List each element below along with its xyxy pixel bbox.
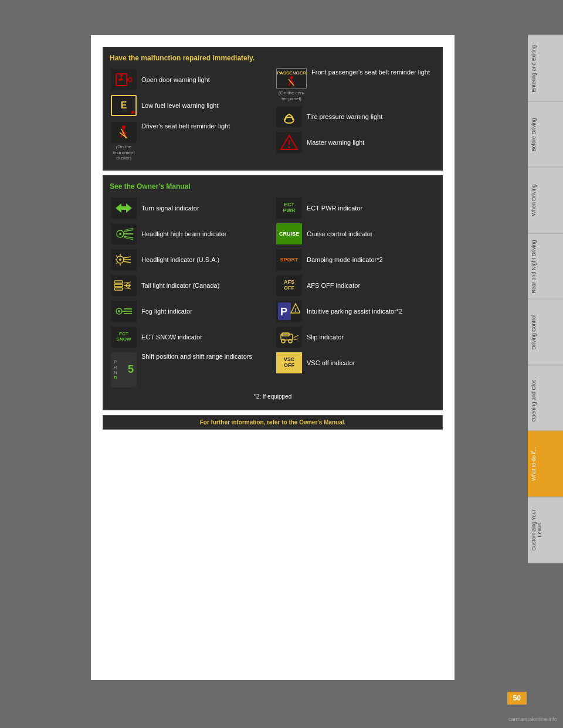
owners-manual-title: See the Owner's Manual (110, 182, 436, 190)
svg-line-46 (124, 257, 131, 258)
seat-belt-icon (111, 122, 137, 143)
warning-grid: Open door warning light E Low fuel level… (110, 67, 436, 164)
svg-text:!: ! (294, 307, 296, 313)
shift-label: Shift position and shift range indicator… (141, 352, 252, 360)
owners-right-col: ECT PWR ECT PWR indicator CRUISE Cruise … (275, 195, 436, 390)
headlight-usa-icon (111, 249, 137, 270)
warning-section: Have the malfunction repaired immediatel… (103, 47, 443, 171)
slip-icon (276, 326, 302, 348)
tire-pressure-label: Tire pressure warning light (307, 113, 382, 121)
tail-light-label: Tail light indicator (Canada) (141, 281, 219, 290)
warning-right-col: PASSENGER (On the cen-ter (275, 67, 436, 164)
svg-text:!: ! (286, 114, 288, 120)
tire-pressure-icon: ! (276, 106, 302, 127)
passenger-belt-label: Front passenger's seat belt reminder lig… (311, 68, 430, 76)
list-item: PASSENGER (On the cen-ter (275, 67, 436, 104)
list-item: Slip indicator (275, 324, 436, 350)
parking-assist-icon: P ! (276, 301, 302, 322)
ect-pwr-label: ECT PWR indicator (307, 204, 362, 212)
ect-snow-icon: ECT SNOW (111, 326, 137, 348)
svg-point-32 (119, 233, 121, 235)
vsc-off-label: VSC off indicator (307, 359, 355, 367)
fog-light-label: Fog light indicator (141, 307, 192, 315)
owners-manual-section: See the Owner's Manual Turn signal indic… (103, 175, 443, 410)
afs-off-icon: AFS OFF (276, 275, 302, 296)
headlight-usa-label: Headlight indicator (U.S.A.) (141, 256, 219, 264)
list-item: SPORT Damping mode indicator*2 (275, 247, 436, 273)
tail-light-icon (111, 275, 137, 296)
sidebar-tab-opening[interactable]: Opening and Clos... (528, 365, 563, 431)
svg-line-43 (116, 256, 117, 257)
slip-label: Slip indicator (307, 333, 344, 341)
svg-marker-30 (121, 203, 132, 213)
svg-rect-48 (114, 281, 123, 283)
sidebar-tab-driving[interactable]: Driving Control (528, 299, 563, 365)
turn-signal-label: Turn signal indicator (141, 204, 199, 212)
warning-left-col: Open door warning light E Low fuel level… (110, 67, 270, 164)
cruise-icon: CRUISE (276, 223, 302, 244)
sidebar-tab-customizing[interactable]: Customizing Your Lexus (528, 497, 563, 563)
owners-left-col: Turn signal indicator (110, 195, 270, 390)
list-item: ECT SNOW ECT SNOW indicator (110, 324, 270, 350)
shift-icon: P R N D 5 (111, 352, 137, 387)
svg-line-69 (294, 335, 299, 338)
low-fuel-label: Low fuel level warning light (141, 101, 218, 110)
ect-pwr-icon: ECT PWR (276, 198, 302, 219)
right-sidebar: Entering and Exiting Before Driving When… (528, 35, 563, 563)
svg-point-9 (122, 125, 126, 129)
svg-line-44 (116, 263, 117, 264)
list-item: E Low fuel level warning light (110, 93, 270, 118)
list-item: Headlight high beam indicator (110, 221, 270, 247)
list-item: Headlight indicator (U.S.A.) (110, 247, 270, 273)
svg-line-2 (127, 80, 131, 82)
master-warning-label: Master warning light (307, 138, 364, 147)
sidebar-tab-whattodo[interactable]: What to do if... (528, 431, 563, 497)
svg-line-53 (124, 288, 131, 289)
list-item: AFS OFF AFS OFF indicator (275, 273, 436, 298)
parking-assist-label: Intuitive parking assist indicator*2 (307, 307, 402, 315)
sidebar-tab-before[interactable]: Before Driving (528, 101, 563, 168)
footer-text: For further information, refer to the Ow… (200, 419, 346, 426)
headlight-highbeam-icon (111, 223, 137, 244)
fog-light-icon (111, 301, 137, 322)
damping-label: Damping mode indicator*2 (307, 256, 383, 264)
ect-snow-label: ECT SNOW indicator (141, 333, 202, 341)
list-item: ! Tire pressure warning light (275, 104, 436, 130)
master-warning-icon (276, 132, 302, 153)
svg-point-39 (119, 258, 121, 261)
open-door-label: Open door warning light (141, 76, 210, 84)
warning-title: Have the malfunction repaired immediatel… (110, 54, 436, 62)
list-item: Turn signal indicator (110, 195, 270, 221)
passenger-belt-icon: PASSENGER (276, 68, 307, 89)
list-item: Open door warning light (110, 67, 270, 93)
sidebar-tab-when[interactable]: When Driving (528, 167, 563, 233)
headlight-highbeam-label: Headlight high beam indicator (141, 230, 227, 238)
cruise-label: Cruise control indicator (307, 230, 373, 238)
list-item: VSC OFF VSC off indicator (275, 350, 436, 376)
svg-rect-49 (114, 284, 123, 287)
list-item: P ! Intuitive parking assist indicator*2 (275, 298, 436, 324)
low-fuel-icon: E (111, 95, 137, 116)
page-number: 50 (507, 692, 527, 705)
sidebar-tab-rear[interactable]: Rear and Night Driving (528, 233, 563, 300)
footer-bar: For further information, refer to the Ow… (103, 415, 443, 430)
svg-point-28 (289, 147, 290, 148)
sidebar-tab-entering[interactable]: Entering and Exiting (528, 35, 563, 101)
white-page: Have the malfunction repaired immediatel… (91, 35, 455, 680)
seat-belt-label: Driver's seat belt reminder light (141, 122, 230, 130)
svg-line-70 (294, 339, 299, 340)
svg-line-52 (124, 282, 131, 283)
list-item: Fog light indicator (110, 298, 270, 324)
svg-rect-50 (114, 288, 123, 290)
svg-point-17 (290, 76, 293, 79)
svg-line-1 (127, 77, 131, 80)
list-item: CRUISE Cruise control indicator (275, 221, 436, 247)
vsc-off-icon: VSC OFF (276, 352, 302, 373)
turn-signal-icon (111, 198, 137, 219)
open-door-icon (111, 69, 137, 90)
afs-off-label: AFS OFF indicator (307, 281, 360, 290)
svg-line-47 (124, 261, 131, 263)
list-item: ECT PWR ECT PWR indicator (275, 195, 436, 221)
svg-text:P: P (280, 306, 287, 318)
svg-point-5 (120, 74, 123, 77)
